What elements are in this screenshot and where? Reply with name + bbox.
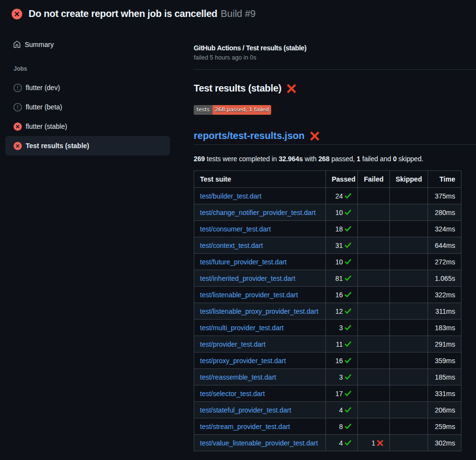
test-suite-link[interactable]: test/listenable_provider_test.dart <box>200 291 298 299</box>
test-suite-link[interactable]: test/reassemble_test.dart <box>200 373 276 381</box>
sidebar-job-item[interactable]: flutter (stable) <box>5 117 170 136</box>
sidebar-item-summary[interactable]: Summary <box>13 41 54 48</box>
passed-count: 4 <box>339 439 343 447</box>
test-suite-link[interactable]: test/consumer_test.dart <box>200 225 271 233</box>
test-suite-link[interactable]: test/change_notifier_provider_test.dart <box>200 209 316 216</box>
section-title-text: Test results (stable) <box>194 81 281 95</box>
col-header-passed: Passed <box>326 171 358 188</box>
passed-check-icon <box>344 209 352 216</box>
table-row: test/stateful_provider_test.dart4206ms <box>194 402 461 418</box>
home-icon <box>13 41 21 48</box>
passed-check-icon <box>344 258 352 265</box>
col-header-skipped: Skipped <box>390 171 428 188</box>
sidebar-job-item[interactable]: Test results (stable) <box>5 136 170 155</box>
tests-badge: tests 268 passed, 1 failed <box>194 105 271 115</box>
results-table-header-row: Test suite Passed Failed Skipped Time <box>194 171 461 188</box>
cancelled-stop-icon <box>14 84 22 92</box>
passed-check-icon <box>344 275 352 282</box>
test-suite-link[interactable]: test/proxy_provider_test.dart <box>200 357 286 365</box>
col-header-test-suite: Test suite <box>194 171 326 188</box>
failed-cross-mark-icon <box>377 440 384 446</box>
jobs-section-heading: Jobs <box>14 65 27 73</box>
passed-check-icon <box>344 439 352 446</box>
passed-count: 81 <box>335 275 343 282</box>
table-row: test/listenable_proxy_provider_test.dart… <box>194 303 461 320</box>
test-suite-link[interactable]: test/listenable_proxy_provider_test.dart <box>200 307 318 315</box>
table-row: test/listenable_provider_test.dart16322m… <box>194 287 461 303</box>
breadcrumb: GitHub Actions / Test results (stable) <box>194 43 476 53</box>
passed-check-icon <box>344 406 352 414</box>
failed-cross-mark-icon <box>287 84 296 93</box>
passed-count: 16 <box>335 291 343 299</box>
sidebar-job-item[interactable]: flutter (beta) <box>5 97 170 117</box>
table-row: test/multi_provider_test.dart3183ms <box>194 320 461 336</box>
section-title: Test results (stable) <box>194 81 476 95</box>
run-status-line: failed 5 hours ago in 0s <box>194 53 476 62</box>
passed-check-icon <box>344 357 352 364</box>
page-title: Do not create report when job is cancell… <box>29 8 217 19</box>
test-suite-link[interactable]: test/context_test.dart <box>200 242 263 249</box>
time-value: 644ms <box>435 242 455 249</box>
time-value: 1.065s <box>435 275 455 282</box>
time-value: 206ms <box>435 406 455 414</box>
time-value: 185ms <box>435 373 455 381</box>
col-header-time: Time <box>428 171 461 188</box>
passed-count: 8 <box>339 423 343 430</box>
time-value: 311ms <box>435 307 455 315</box>
job-item-label: flutter (stable) <box>26 123 67 130</box>
time-value: 183ms <box>435 324 455 332</box>
job-item-label: flutter (beta) <box>26 103 62 111</box>
test-suite-link[interactable]: test/future_provider_test.dart <box>200 258 287 266</box>
test-suite-link[interactable]: test/stream_provider_test.dart <box>200 423 290 430</box>
test-suite-link[interactable]: test/inherited_provider_test.dart <box>200 275 295 282</box>
passed-count: 31 <box>335 242 343 249</box>
passed-check-icon <box>344 390 352 397</box>
badge-message: 268 passed, 1 failed <box>213 105 271 115</box>
table-row: test/inherited_provider_test.dart811.065… <box>194 270 461 287</box>
table-row: test/value_listenable_provider_test.dart… <box>194 435 461 451</box>
time-value: 272ms <box>435 258 455 266</box>
results-table: Test suite Passed Failed Skipped Time te… <box>194 170 461 451</box>
test-suite-link[interactable]: test/builder_test.dart <box>200 192 261 200</box>
test-suite-link[interactable]: test/provider_test.dart <box>200 340 265 348</box>
sidebar-job-item[interactable]: flutter (dev) <box>5 78 170 97</box>
passed-count: 3 <box>339 324 343 332</box>
cancelled-stop-icon <box>14 103 22 111</box>
passed-check-icon <box>344 307 352 315</box>
table-row: test/stream_provider_test.dart8259ms <box>194 418 461 435</box>
passed-count: 17 <box>335 390 343 398</box>
time-value: 324ms <box>435 225 455 233</box>
passed-count: 24 <box>335 192 343 200</box>
time-value: 302ms <box>435 439 455 447</box>
passed-check-icon <box>344 324 352 331</box>
failed-x-circle-icon <box>14 123 22 131</box>
job-item-label: Test results (stable) <box>26 142 89 150</box>
test-suite-link[interactable]: test/multi_provider_test.dart <box>200 324 284 332</box>
passed-count: 12 <box>335 307 343 315</box>
report-file-link[interactable]: reports/test-results.json <box>194 129 305 142</box>
table-row: test/consumer_test.dart18324ms <box>194 221 461 237</box>
passed-check-icon <box>344 340 352 348</box>
passed-check-icon <box>344 242 352 249</box>
job-list: flutter (dev)flutter (beta)flutter (stab… <box>5 78 170 155</box>
table-row: test/proxy_provider_test.dart16359ms <box>194 353 461 369</box>
sidebar-item-label: Summary <box>25 41 54 48</box>
report-title: reports/test-results.json <box>194 129 476 145</box>
col-header-failed: Failed <box>358 171 390 188</box>
table-row: test/reassemble_test.dart3185ms <box>194 369 461 385</box>
passed-check-icon <box>344 291 352 298</box>
time-value: 280ms <box>435 209 455 216</box>
test-suite-link[interactable]: test/selector_test.dart <box>200 390 265 398</box>
passed-count: 3 <box>339 373 343 381</box>
table-row: test/future_provider_test.dart10272ms <box>194 254 461 270</box>
failed-x-circle-icon <box>14 142 22 150</box>
passed-check-icon <box>344 373 352 381</box>
tests-badge-row: tests 268 passed, 1 failed <box>194 95 476 115</box>
test-suite-link[interactable]: test/value_listenable_provider_test.dart <box>200 439 318 447</box>
table-row: test/selector_test.dart17331ms <box>194 385 461 402</box>
failed-count: 1 <box>371 439 375 447</box>
passed-count: 10 <box>335 209 343 216</box>
test-suite-link[interactable]: test/stateful_provider_test.dart <box>200 406 291 414</box>
passed-check-icon <box>344 192 352 199</box>
table-row: test/provider_test.dart11291ms <box>194 336 461 353</box>
